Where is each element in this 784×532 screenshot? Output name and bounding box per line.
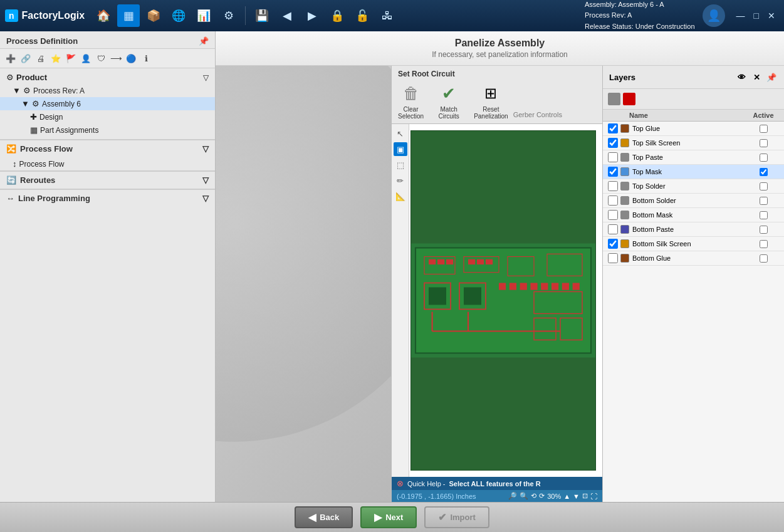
nav-lock1[interactable]: 🔒: [326, 4, 348, 27]
sidebar-print-btn[interactable]: 🖨: [34, 51, 48, 65]
layer-row-top-mask[interactable]: Top Mask: [603, 165, 784, 179]
product-expand-icon[interactable]: ▽: [203, 73, 209, 82]
sidebar-add-btn[interactable]: ➕: [4, 51, 18, 65]
next-button[interactable]: ▶ Next: [360, 506, 417, 528]
gerber-controls-label: Gerber Controls: [513, 111, 562, 120]
layer-row-bottom-silk-screen[interactable]: Bottom Silk Screen: [603, 237, 784, 251]
layer-row-bottom-solder[interactable]: Bottom Solder: [603, 194, 784, 208]
tree-assembly[interactable]: ▼ ⚙ Assembly 6: [0, 97, 215, 110]
layer-check-bottom-paste[interactable]: [608, 224, 618, 234]
sidebar-section-process-flow[interactable]: 🔀 Process Flow ▽: [0, 139, 215, 157]
tree-process-rev[interactable]: ▼ ⚙ Process Rev: A: [0, 84, 215, 97]
tree-design[interactable]: ✚ Design: [0, 110, 215, 123]
line-programming-expand-icon[interactable]: ▽: [202, 194, 209, 203]
sidebar-section-reroutes[interactable]: 🔄 Reroutes ▽: [0, 170, 215, 189]
sidebar-flag-btn[interactable]: 🚩: [64, 51, 78, 65]
layer-row-top-glue[interactable]: Top Glue: [603, 122, 784, 136]
nav-globe[interactable]: 🌐: [167, 4, 190, 27]
layer-active-bottom-mask[interactable]: [760, 211, 768, 219]
layer-active-top-glue[interactable]: [760, 125, 768, 133]
layer-row-top-solder[interactable]: Top Solder: [603, 179, 784, 194]
layer-row-bottom-paste[interactable]: Bottom Paste: [603, 222, 784, 237]
sidebar-arrow-btn[interactable]: ⟶: [109, 51, 123, 65]
gerber-zoom-down[interactable]: ▼: [573, 493, 580, 500]
tree-product[interactable]: ⚙ Product ▽: [0, 71, 215, 84]
back-button[interactable]: ◀ Back: [295, 506, 353, 528]
sidebar-person-btn[interactable]: 👤: [79, 51, 93, 65]
layer-check-bottom-glue[interactable]: [608, 253, 618, 263]
sidebar-shield-btn[interactable]: 🛡: [94, 51, 108, 65]
gerber-tool-icon-1[interactable]: 🔎: [508, 492, 517, 500]
gerber-circuit-view[interactable]: [410, 130, 596, 471]
nav-box[interactable]: 📦: [142, 4, 165, 27]
gerber-tool-select[interactable]: ▣: [394, 142, 407, 156]
layer-active-top-mask[interactable]: [760, 168, 768, 176]
layer-active-top-solder[interactable]: [760, 182, 768, 190]
layer-row-top-paste[interactable]: Top Paste: [603, 150, 784, 165]
layer-color-swatch-1[interactable]: [608, 93, 620, 105]
gerber-control-match[interactable]: ✔ MatchCircuits: [436, 82, 461, 120]
close-button[interactable]: ✕: [764, 9, 779, 22]
gerber-fit-icon[interactable]: ⊡: [582, 492, 588, 500]
reroutes-expand-icon[interactable]: ▽: [202, 175, 209, 185]
layers-icon-cross[interactable]: ✕: [750, 71, 763, 83]
nav-gear[interactable]: ⚙: [217, 4, 240, 27]
nav-grid[interactable]: ▦: [117, 4, 140, 27]
layer-check-bottom-solder[interactable]: [608, 196, 618, 206]
sidebar-info-btn[interactable]: ℹ: [139, 51, 153, 65]
gerber-control-clear[interactable]: 🗑 ClearSelection: [398, 82, 424, 120]
layer-check-bottom-mask[interactable]: [608, 210, 618, 220]
nav-back[interactable]: ◀: [276, 4, 298, 27]
layer-row-bottom-glue[interactable]: Bottom Glue: [603, 251, 784, 266]
layer-active-bottom-paste[interactable]: [760, 226, 768, 234]
gerber-tool-icon-4[interactable]: ⟳: [539, 492, 545, 500]
gerber-zoom-up[interactable]: ▲: [563, 493, 570, 500]
gerber-control-reset[interactable]: ⊞ ResetPanelization: [474, 82, 508, 120]
layers-icon-eye[interactable]: 👁: [735, 71, 748, 83]
pin-icon[interactable]: 📌: [199, 36, 209, 46]
nav-table[interactable]: 📊: [192, 4, 215, 27]
layer-active-top-paste[interactable]: [760, 154, 768, 162]
minimize-button[interactable]: —: [733, 9, 749, 22]
gerber-tool-icon-2[interactable]: 🔍: [520, 492, 528, 500]
nav-save[interactable]: 💾: [251, 4, 273, 27]
gerber-expand-icon[interactable]: ⛶: [590, 493, 597, 500]
nav-network[interactable]: 🖧: [376, 4, 399, 27]
layer-check-top-paste[interactable]: [608, 152, 618, 162]
layers-pin-icon[interactable]: 📌: [765, 71, 778, 83]
nav-home[interactable]: 🏠: [92, 4, 115, 27]
gerber-tool-pen[interactable]: ✏: [394, 174, 407, 187]
layer-check-top-mask[interactable]: [608, 167, 618, 177]
process-flow-expand-icon[interactable]: ▽: [202, 144, 209, 154]
layer-row-bottom-mask[interactable]: Bottom Mask: [603, 208, 784, 222]
layer-check-top-glue[interactable]: [608, 123, 618, 133]
gerber-tool-lasso[interactable]: ⬚: [394, 158, 407, 172]
nav-lock2[interactable]: 🔓: [351, 4, 374, 27]
import-button[interactable]: ✔ Import: [424, 506, 489, 528]
layer-color-bottom-glue: [620, 254, 629, 263]
layer-active-bottom-solder[interactable]: [760, 197, 768, 205]
canvas-area: Limit Border Files Load Control Files ⬛ …: [216, 66, 391, 502]
layer-color-swatch-2[interactable]: [623, 93, 635, 105]
gerber-tool-cursor[interactable]: ↖: [394, 127, 407, 140]
step-subtitle: If necessary, set panelization informati…: [228, 50, 771, 59]
user-avatar[interactable]: 👤: [703, 4, 725, 27]
sidebar-circle-btn[interactable]: 🔵: [124, 51, 138, 65]
layer-check-top-solder[interactable]: [608, 181, 618, 191]
tree-part-assignments[interactable]: ▦ Part Assignments: [0, 123, 215, 137]
layer-row-top-silk-screen[interactable]: Top Silk Screen: [603, 136, 784, 150]
layer-active-bottom-silk-screen[interactable]: [760, 240, 768, 248]
gerber-tool-icon-3[interactable]: ⟲: [531, 492, 536, 500]
tree-process-flow-child[interactable]: ↕ Process Flow: [0, 157, 215, 170]
svg-rect-18: [520, 283, 527, 290]
gerber-tool-pencil[interactable]: 📐: [394, 189, 407, 203]
sidebar-link-btn[interactable]: 🔗: [19, 51, 33, 65]
sidebar-star-btn[interactable]: ⭐: [49, 51, 63, 65]
layer-check-top-silk-screen[interactable]: [608, 138, 618, 148]
layer-active-top-silk-screen[interactable]: [760, 139, 768, 147]
maximize-button[interactable]: □: [750, 9, 763, 22]
layer-active-bottom-glue[interactable]: [760, 254, 768, 263]
nav-forward[interactable]: ▶: [301, 4, 323, 27]
sidebar-section-line-programming[interactable]: ↔ Line Programming ▽: [0, 189, 215, 207]
layer-check-bottom-silk-screen[interactable]: [608, 239, 618, 249]
